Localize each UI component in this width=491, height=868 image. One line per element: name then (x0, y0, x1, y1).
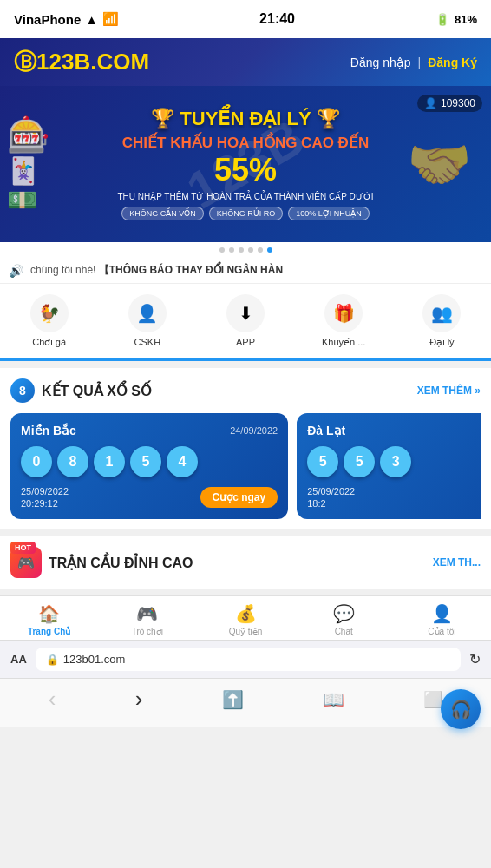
matches-section: 🎮 HOT TRẬN CẦU ĐỈNH CAO XEM TH... 🎧 (0, 536, 491, 589)
status-right: 🔋 81% (435, 13, 477, 26)
lottery-card-mien-bac: Miền Bắc 24/09/2022 0 8 1 5 4 25/09/2022… (10, 413, 288, 519)
choi-ga-icon: 🐓 (30, 294, 69, 332)
ball-1-2: 1 (94, 446, 125, 477)
quick-menu: 🐓 Chơi gà 👤 CSKH ⬇ APP 🎁 Khuyến ... 👥 Đạ… (0, 284, 491, 361)
tabs-button[interactable]: ⬜ (423, 690, 442, 709)
headset-icon: 🎧 (450, 699, 472, 720)
chat-icon: 💬 (333, 603, 355, 624)
lottery-title-text: KẾT QUẢ XỔ SỐ (42, 383, 152, 399)
games-label: Trò chơi (132, 627, 163, 636)
quick-item-dai-ly[interactable]: 👥 Đại lý (393, 294, 491, 348)
register-link[interactable]: Đăng Ký (428, 56, 477, 69)
lottery-date2-1: 25/09/2022 (21, 486, 69, 496)
lottery-balls-1: 0 8 1 5 4 (21, 446, 278, 477)
login-link[interactable]: Đăng nhập (350, 56, 411, 69)
cskh-label: CSKH (134, 337, 161, 347)
lock-icon: 🔒 (46, 654, 59, 666)
quick-item-choi-ga[interactable]: 🐓 Chơi gà (0, 294, 98, 348)
logo: Ⓑ123B.COM (14, 47, 149, 77)
battery-icon: 🔋 (435, 13, 449, 26)
lottery-date2-2: 25/09/2022 (307, 486, 355, 496)
matches-header: 🎮 HOT TRẬN CẦU ĐỈNH CAO XEM TH... (10, 547, 481, 578)
lottery-time-2: 18:2 (307, 498, 355, 509)
url-bar[interactable]: 🔒 123b01.com (36, 648, 461, 671)
bet-button-1[interactable]: Cược ngay (200, 487, 278, 508)
iphone-nav: ‹ › ⬆️ 📖 ⬜ (0, 678, 491, 727)
cskh-icon: 👤 (128, 294, 167, 332)
choi-ga-label: Chơi gà (32, 337, 66, 348)
nav-wallet[interactable]: 💰 Quỹ tiền (196, 603, 294, 636)
khuyen-mai-icon: 🎁 (324, 294, 363, 332)
ball-2-0: 5 (307, 446, 338, 477)
matches-title-group: 🎮 HOT TRẬN CẦU ĐỈNH CAO (10, 547, 193, 578)
lottery-time-1: 20:29:12 (21, 498, 69, 509)
banner-subtitle: CHIẾT KHẤU HOA HỒNG CAO ĐẾN (9, 134, 482, 152)
khuyen-mai-label: Khuyến ... (322, 337, 365, 348)
share-button[interactable]: ⬆️ (222, 689, 244, 710)
quick-item-app[interactable]: ⬇ APP (196, 294, 294, 348)
lottery-region-2: Đà Lạt (307, 424, 345, 437)
support-fab[interactable]: 🎧 (441, 689, 481, 727)
dot-4[interactable] (248, 247, 253, 253)
header-actions: Đăng nhập | Đăng Ký (350, 56, 477, 69)
bookmarks-button[interactable]: 📖 (323, 689, 344, 710)
dot-3[interactable] (239, 247, 244, 253)
banner-percent: 55% (9, 152, 482, 188)
font-size-button[interactable]: AA (10, 653, 27, 666)
time: 21:40 (259, 11, 295, 27)
home-label: Trang Chủ (28, 627, 70, 636)
divider: | (418, 56, 422, 69)
ball-1-0: 0 (21, 446, 52, 477)
profile-icon: 👤 (431, 603, 453, 624)
banner-tags: KHÔNG CẦN VỐN KHÔNG RỦI RO 100% LỢI NHUẬ… (9, 207, 482, 220)
app-icon: ⬇ (226, 294, 265, 332)
dai-ly-icon: 👥 (422, 294, 461, 332)
home-icon: 🏠 (38, 603, 60, 624)
wifi-icon: 📶 (102, 11, 119, 27)
ball-2-1: 5 (344, 446, 375, 477)
banner-description: THU NHẬP THÊM TỪ HOÀN TRẢ CỦA THÀNH VIÊN… (9, 192, 482, 201)
nav-home[interactable]: 🏠 Trang Chủ (0, 603, 98, 636)
marquee-text: chúng tôi nhé! 【THÔNG BÁO THAY ĐỔI NGÂN … (30, 263, 283, 278)
marquee-bar: 🔊 chúng tôi nhé! 【THÔNG BÁO THAY ĐỔI NGÂ… (0, 258, 491, 284)
wallet-label: Quỹ tiền (229, 627, 263, 636)
refresh-button[interactable]: ↻ (469, 651, 481, 667)
lottery-card-2-footer: 25/09/2022 18:2 Cược ngay (307, 486, 481, 509)
hot-badge: HOT (10, 542, 36, 554)
lottery-balls-2: 5 5 3 (307, 446, 481, 477)
profile-label: Của tôi (428, 627, 455, 636)
signal-icon: ▲ (85, 12, 98, 27)
nav-chat[interactable]: 💬 Chat (295, 603, 393, 636)
header: Ⓑ123B.COM Đăng nhập | Đăng Ký (0, 38, 491, 86)
dai-ly-label: Đại lý (429, 337, 454, 348)
dot-1[interactable] (219, 247, 225, 253)
nav-games[interactable]: 🎮 Trò chơi (98, 603, 196, 636)
matches-more[interactable]: XEM TH... (433, 556, 481, 569)
nav-profile[interactable]: 👤 Của tôi (393, 603, 491, 636)
bottom-nav: 🏠 Trang Chủ 🎮 Trò chơi 💰 Quỹ tiền 💬 Chat… (0, 595, 491, 640)
app-label: APP (236, 337, 255, 347)
battery-percent: 81% (455, 13, 477, 26)
lottery-region-1: Miền Bắc (21, 424, 76, 437)
forward-button[interactable]: › (135, 686, 143, 713)
browser-bar: AA 🔒 123b01.com ↻ (0, 640, 491, 678)
banner-content: 🏆 TUYỂN ĐẠI LÝ 🏆 CHIẾT KHẤU HOA HỒNG CAO… (0, 99, 491, 229)
ball-1-4: 4 (167, 446, 198, 477)
dot-2[interactable] (229, 247, 234, 253)
lottery-cards: Miền Bắc 24/09/2022 0 8 1 5 4 25/09/2022… (10, 413, 481, 519)
lottery-more[interactable]: XEM THÊM » (417, 385, 481, 397)
ball-1-1: 8 (57, 446, 88, 477)
quick-item-cskh[interactable]: 👤 CSKH (98, 294, 196, 348)
lottery-datetime-1: 25/09/2022 20:29:12 (21, 486, 69, 509)
lottery-section: 8 KẾT QUẢ XỔ SỐ XEM THÊM » Miền Bắc 24/0… (0, 368, 491, 529)
carrier: VinaPhone (14, 12, 81, 27)
dot-5[interactable] (258, 247, 263, 253)
dot-6[interactable] (267, 247, 272, 253)
lottery-card-1-header: Miền Bắc 24/09/2022 (21, 424, 278, 437)
lottery-date-1: 24/09/2022 (230, 425, 278, 436)
tag3: 100% LỢI NHUẬN (288, 207, 370, 220)
ball-1-3: 5 (130, 446, 161, 477)
marquee-highlight: 【THÔNG BÁO THAY ĐỔI NGÂN HÀN (99, 264, 283, 276)
quick-item-khuyen-mai[interactable]: 🎁 Khuyến ... (295, 294, 393, 348)
back-button[interactable]: ‹ (49, 686, 56, 713)
